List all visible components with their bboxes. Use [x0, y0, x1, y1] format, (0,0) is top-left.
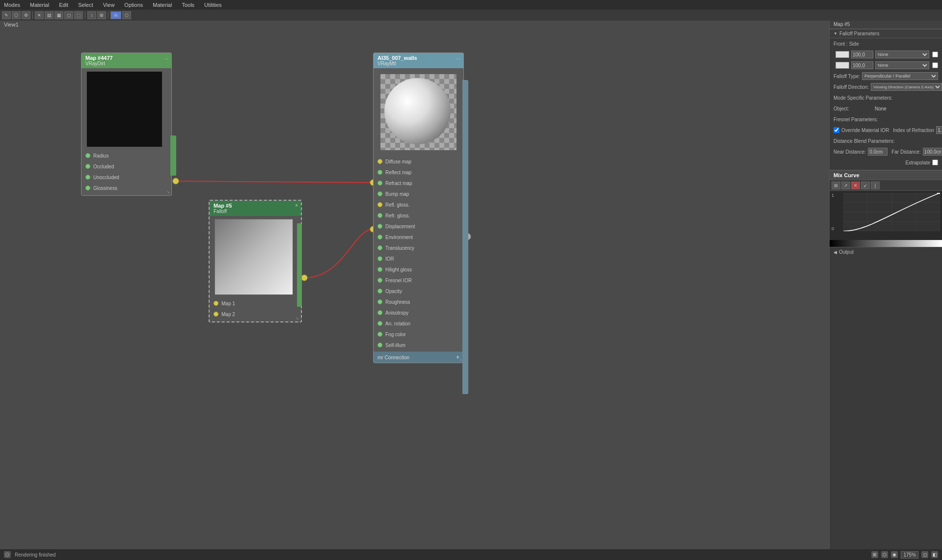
port-row-bump: Bump map — [374, 188, 463, 199]
port-label-environment: Environment — [385, 235, 413, 240]
curve-gradient-bar — [830, 240, 942, 247]
port-label-map2: Map 2 — [221, 312, 235, 317]
node-resize-handle[interactable]: ↘ — [166, 189, 170, 194]
zoom-display[interactable]: 175% — [901, 551, 918, 559]
far-distance-input[interactable] — [923, 148, 942, 156]
port-label-ior: IOR — [385, 256, 394, 262]
node-vraymtl: AI35_007_walls VRayMtl ... Diffuse map R… — [373, 53, 464, 363]
menu-view[interactable]: View — [101, 2, 117, 8]
fresnel-label: Fresnel Parameters: — [834, 117, 878, 122]
nav-icon-5[interactable]: ◧ — [931, 551, 938, 558]
toolbar-btn-3[interactable]: ⚙ — [22, 11, 30, 19]
menu-modes[interactable]: Modes — [2, 2, 22, 8]
ior-input[interactable] — [936, 126, 942, 134]
port-dot-fresnel-ior — [377, 278, 382, 283]
vraymtl-menu-btn[interactable]: ... — [457, 55, 460, 60]
falloff-resize-handle[interactable]: ↘ — [295, 316, 299, 320]
menubar: Modes Material Edit Select View Options … — [0, 0, 942, 10]
menu-options[interactable]: Options — [122, 2, 145, 8]
port-row-fog-color: Fog color — [374, 329, 463, 340]
toolbar-btn-5[interactable]: ▤ — [45, 11, 54, 19]
menu-utilities[interactable]: Utilities — [202, 2, 223, 8]
toolbar-btn-4[interactable]: ✕ — [35, 11, 44, 19]
curve-tool-delete[interactable]: ✕ — [851, 182, 860, 189]
port-dot-bump — [377, 191, 382, 196]
none-select-1[interactable]: None — [875, 51, 929, 58]
nav-icon-2[interactable]: ⬡ — [881, 551, 888, 558]
curve-canvas-inner[interactable] — [843, 193, 940, 231]
toolbar-btn-11[interactable]: N — [110, 11, 121, 19]
node-canvas[interactable]: Map #4477 VRayDirt ... Radius Occluded U… — [0, 21, 569, 560]
object-label: Object: — [834, 106, 873, 111]
curve-tool-grid[interactable]: ⊞ — [832, 182, 840, 189]
port-dot-opacity — [377, 289, 382, 293]
color-value-1[interactable] — [851, 51, 873, 58]
toolbar-btn-6[interactable]: ▦ — [54, 11, 63, 19]
port-dot-diffuse — [377, 159, 382, 164]
vraydirt-menu-btn[interactable]: ... — [164, 55, 168, 60]
color-row-2: None — [830, 60, 942, 71]
port-label-refr-gloss: Refr. gloss. — [385, 213, 410, 218]
port-dot-reflect — [377, 170, 382, 175]
status-right: ⊞ ⬡ ◉ 175% ◻ ◧ — [871, 551, 938, 559]
color-swatch-1[interactable] — [835, 51, 849, 58]
node-vraydirt: Map #4477 VRayDirt ... Radius Occluded U… — [81, 53, 172, 196]
port-row-map1: Map 1 — [210, 298, 301, 309]
menu-tools[interactable]: Tools — [180, 2, 196, 8]
vraymtl-header[interactable]: AI35_007_walls VRayMtl ... — [374, 53, 463, 68]
nav-icon-4[interactable]: ◻ — [921, 551, 928, 558]
toolbar-btn-12[interactable]: ⬡ — [122, 11, 131, 19]
port-label-refl-gloss: Refl. gloss. — [385, 202, 409, 208]
vraymtl-resize-handle[interactable]: ↘ — [458, 357, 462, 362]
near-far-row: Near Distance: Far Distance: — [830, 146, 942, 157]
curve-tool-move[interactable]: ↗ — [841, 182, 850, 189]
toolbar-btn-10[interactable]: ⊞ — [97, 11, 106, 19]
distance-blend-label: Distance Blend Parameters: — [834, 138, 895, 144]
port-label-reflect: Reflect map — [385, 170, 411, 175]
node-falloff: Map #5 Falloff × Map 1 Map 2 ↘ — [209, 200, 302, 322]
port-dot-fog-color — [377, 332, 382, 337]
override-ior-checkbox[interactable] — [834, 127, 839, 133]
port-row-displacement: Displacement — [374, 221, 463, 232]
falloff-type-label: Falloff Type: — [834, 74, 860, 79]
port-row-fresnel-ior: Fresnel IOR — [374, 275, 463, 286]
port-row-map2: Map 2 — [210, 309, 301, 320]
statusbar: ⬡ Rendering finished ⊞ ⬡ ◉ 175% ◻ ◧ — [0, 549, 942, 560]
toolbar-btn-8[interactable]: ⬚ — [74, 11, 83, 19]
falloff-preview — [215, 219, 293, 295]
port-dot-occluded — [85, 164, 90, 169]
nav-icon-3[interactable]: ◉ — [891, 551, 898, 558]
extrapolate-row: Extrapolate — [830, 157, 942, 168]
toolbar-sep-3 — [108, 12, 108, 19]
menu-edit[interactable]: Edit — [57, 2, 70, 8]
toolbar-btn-1[interactable]: ✎ — [2, 11, 11, 19]
color-swatch-2[interactable] — [835, 62, 849, 69]
color-checkbox-1[interactable] — [932, 52, 938, 57]
nav-icon-1[interactable]: ⊞ — [871, 551, 878, 558]
menu-material[interactable]: Material — [28, 2, 51, 8]
extrapolate-checkbox[interactable] — [932, 160, 938, 165]
falloff-type-select[interactable]: Perpendicular / Parallel — [862, 72, 938, 80]
port-row-refl-gloss: Refl. gloss. — [374, 199, 463, 210]
falloff-close-btn[interactable]: × — [295, 203, 298, 208]
toolbar-btn-7[interactable]: ◻ — [64, 11, 73, 19]
color-checkbox-2[interactable] — [932, 62, 938, 68]
menu-material2[interactable]: Material — [151, 2, 174, 8]
falloff-params-header[interactable]: Falloff Parameters — [830, 29, 942, 38]
menu-select[interactable]: Select — [76, 2, 95, 8]
object-value: None — [875, 106, 887, 111]
vraymtl-preview — [380, 74, 457, 150]
toolbar-btn-9[interactable]: ↕ — [87, 11, 96, 19]
curve-tool-line[interactable]: | — [871, 182, 880, 189]
near-distance-input[interactable] — [868, 148, 888, 156]
mode-specific-label: Mode Specific Parameters: — [834, 95, 892, 101]
vraymtl-subtitle: VRayMtl — [377, 61, 459, 66]
color-value-2[interactable] — [851, 61, 873, 69]
vraydirt-header[interactable]: Map #4477 VRayDirt ... — [81, 53, 171, 68]
curve-tool-corner[interactable]: ↙ — [861, 182, 870, 189]
toolbar-btn-2[interactable]: ⬡ — [12, 11, 21, 19]
port-dot-hilight — [377, 267, 382, 272]
none-select-2[interactable]: None — [875, 61, 929, 69]
falloff-header[interactable]: Map #5 Falloff × — [210, 201, 301, 216]
falloff-direction-select[interactable]: Viewing Direction (Camera Z-Axis) — [871, 83, 942, 91]
